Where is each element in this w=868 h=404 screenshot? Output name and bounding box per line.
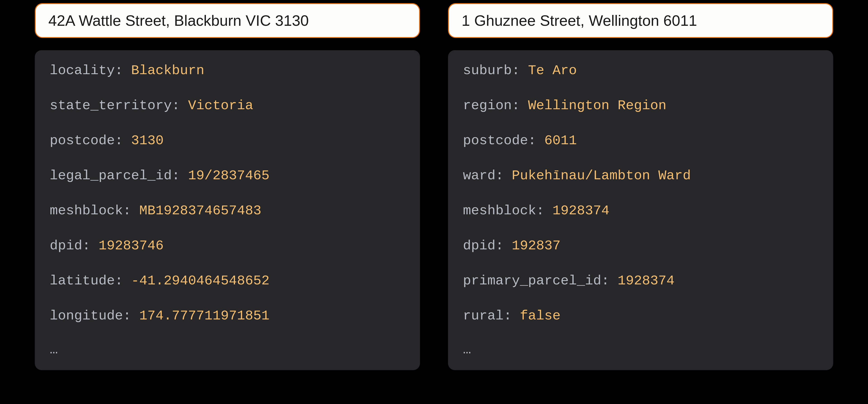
- result-row: rural: false: [463, 309, 822, 322]
- card-column: 1 Ghuznee Street, Wellington 6011 suburb…: [448, 3, 833, 370]
- result-code-block: suburb: Te Aro region: Wellington Region…: [448, 50, 833, 370]
- result-key: region: [463, 98, 512, 113]
- card-column: 42A Wattle Street, Blackburn VIC 3130 lo…: [35, 3, 420, 370]
- colon: :: [172, 98, 188, 113]
- colon: :: [495, 238, 512, 253]
- result-key: dpid: [50, 238, 82, 253]
- result-key: primary_parcel_id: [463, 273, 601, 288]
- colon: :: [495, 168, 512, 183]
- result-row: latitude: -41.2940464548652: [50, 274, 409, 287]
- result-value: 3130: [131, 133, 164, 148]
- result-row: postcode: 3130: [50, 134, 409, 147]
- result-row: postcode: 6011: [463, 134, 822, 147]
- result-key: legal_parcel_id: [50, 168, 172, 183]
- result-key: longitude: [50, 308, 123, 323]
- colon: :: [123, 308, 139, 323]
- cards-container: 42A Wattle Street, Blackburn VIC 3130 lo…: [0, 0, 868, 370]
- result-value: 19283746: [98, 238, 164, 253]
- result-value: MB1928374657483: [139, 203, 261, 218]
- result-value: 19/2837465: [188, 168, 270, 183]
- result-row: ward: Pukehīnau/Lambton Ward: [463, 169, 822, 182]
- result-row: meshblock: MB1928374657483: [50, 204, 409, 217]
- colon: :: [601, 273, 618, 288]
- colon: :: [172, 168, 188, 183]
- result-value: Pukehīnau/Lambton Ward: [512, 168, 691, 183]
- result-value: -41.2940464548652: [131, 273, 270, 288]
- result-key: suburb: [463, 63, 512, 78]
- result-ellipsis: …: [50, 343, 409, 356]
- colon: :: [536, 203, 553, 218]
- result-key: dpid: [463, 238, 495, 253]
- colon: :: [504, 308, 520, 323]
- result-key: postcode: [50, 133, 115, 148]
- result-value: Te Aro: [528, 63, 577, 78]
- result-code-block: locality: Blackburn state_territory: Vic…: [35, 50, 420, 370]
- result-row: legal_parcel_id: 19/2837465: [50, 169, 409, 182]
- result-key: rural: [463, 308, 504, 323]
- result-row: dpid: 19283746: [50, 239, 409, 252]
- colon: :: [512, 98, 528, 113]
- address-input[interactable]: 1 Ghuznee Street, Wellington 6011: [448, 3, 833, 38]
- result-value: 174.777711971851: [139, 308, 270, 323]
- result-key: ward: [463, 168, 495, 183]
- result-row: dpid: 192837: [463, 239, 822, 252]
- result-row: state_territory: Victoria: [50, 99, 409, 112]
- result-row: primary_parcel_id: 1928374: [463, 274, 822, 287]
- result-value: Victoria: [188, 98, 253, 113]
- result-row: longitude: 174.777711971851: [50, 309, 409, 322]
- result-value: Wellington Region: [528, 98, 666, 113]
- result-value: false: [520, 308, 561, 323]
- result-value: 6011: [544, 133, 577, 148]
- result-key: postcode: [463, 133, 528, 148]
- colon: :: [115, 133, 131, 148]
- result-key: locality: [50, 63, 115, 78]
- result-value: 1928374: [618, 273, 675, 288]
- result-key: latitude: [50, 273, 115, 288]
- colon: :: [512, 63, 528, 78]
- result-row: region: Wellington Region: [463, 99, 822, 112]
- colon: :: [123, 203, 139, 218]
- address-input[interactable]: 42A Wattle Street, Blackburn VIC 3130: [35, 3, 420, 38]
- result-ellipsis: …: [463, 343, 822, 356]
- result-key: meshblock: [463, 203, 536, 218]
- result-row: meshblock: 1928374: [463, 204, 822, 217]
- colon: :: [115, 63, 131, 78]
- colon: :: [115, 273, 131, 288]
- colon: :: [82, 238, 98, 253]
- result-row: locality: Blackburn: [50, 64, 409, 77]
- result-value: 192837: [512, 238, 561, 253]
- result-key: state_territory: [50, 98, 172, 113]
- colon: :: [528, 133, 544, 148]
- result-key: meshblock: [50, 203, 123, 218]
- result-value: Blackburn: [131, 63, 204, 78]
- result-row: suburb: Te Aro: [463, 64, 822, 77]
- result-value: 1928374: [553, 203, 610, 218]
